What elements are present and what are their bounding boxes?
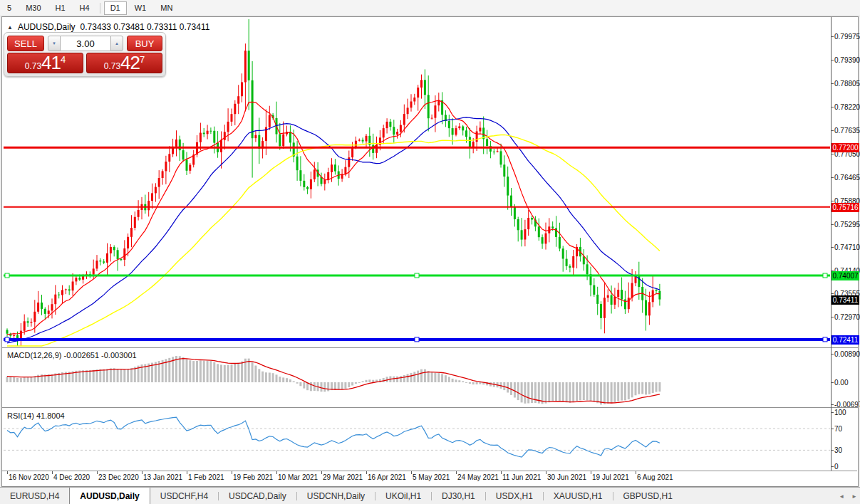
price-axis-tick (831, 224, 834, 225)
date-axis-label: 10 Mar 2021 (278, 473, 318, 481)
date-axis-tick (52, 471, 53, 474)
sell-price-point: 4 (61, 55, 66, 64)
horizontal-line-0.72411[interactable] (4, 337, 830, 342)
date-axis-label: 29 Mar 2021 (323, 473, 363, 481)
price-axis-label: 0.75295 (834, 221, 860, 229)
horizontal-line-0.74007[interactable] (4, 273, 830, 278)
buy-price-display: 0.73427 (86, 53, 162, 73)
rsi-indicator-label: RSI(14) 41.8004 (7, 411, 65, 420)
buy-price-point: 7 (140, 55, 145, 64)
date-axis-label: 11 Jun 2021 (502, 473, 541, 481)
price-badge-0.72411: 0.72411 (831, 335, 859, 345)
date-axis-label: 19 Jul 2021 (592, 473, 629, 481)
rsi-axis-tick (831, 412, 834, 413)
price-axis-label: 0.79390 (834, 56, 860, 64)
rsi-axis-label: 70 (834, 425, 842, 433)
date-axis-tick (7, 471, 8, 474)
rsi-line (7, 417, 660, 457)
macd-signal-line (7, 359, 660, 403)
price-badge-0.75716: 0.75716 (831, 203, 859, 212)
volume-increase-button[interactable]: ▲ (110, 36, 123, 51)
tab-dj30-h1[interactable]: DJ30,H1 (432, 488, 485, 504)
price-axis-tick (831, 201, 834, 201)
ma-slow-line (7, 135, 660, 346)
volume-stepper: ▼ ▲ (48, 36, 123, 51)
date-axis-tick (591, 471, 591, 474)
date-axis-tick (232, 471, 232, 474)
tab-usdcad-daily[interactable]: USDCAD,Daily (219, 488, 296, 504)
triangle-up-icon: ▲ (115, 41, 119, 46)
date-axis-tick (97, 471, 98, 474)
sell-price-pips: 41 (41, 53, 61, 72)
macd-indicator-label: MACD(12,26,9) -0.002651 -0.003001 (7, 351, 137, 359)
buy-price-pips: 42 (120, 53, 140, 72)
tab-eurusd-h4[interactable]: EURUSD,H4 (0, 488, 69, 504)
price-axis-tick (831, 107, 834, 107)
tab-usdchf-h4[interactable]: USDCHF,H4 (150, 488, 218, 504)
price-axis-tick (831, 60, 834, 61)
rsi-axis-tick (831, 429, 834, 429)
price-axis-tick (831, 36, 834, 37)
scroll-right-icon[interactable]: ► (851, 493, 857, 500)
date-axis-label: 19 Feb 2021 (233, 473, 273, 481)
date-axis-label: 4 Dec 2020 (53, 473, 90, 481)
one-click-collapse-icon[interactable]: ▲ (7, 24, 13, 31)
price-axis-label: 0.76465 (834, 174, 860, 182)
buy-button[interactable]: BUY (127, 36, 162, 51)
tab-ukoil-h1[interactable]: UKOil,H1 (375, 488, 431, 504)
symbol-tab-bar: EURUSD,H4AUDUSD,DailyUSDCHF,H4USDCAD,Dai… (0, 487, 860, 504)
rsi-axis-label: 30 (834, 446, 842, 454)
date-axis-label: 13 Jan 2021 (143, 473, 182, 481)
volume-input[interactable] (61, 36, 110, 51)
triangle-down-icon: ▼ (52, 41, 56, 46)
price-axis-tick (831, 83, 834, 84)
price-axis-label: 0.78220 (834, 103, 860, 111)
price-axis-tick (831, 317, 834, 317)
macd-axis-tick (831, 354, 834, 355)
tab-scroll-arrows: ◄ ► (839, 488, 857, 504)
chart-title: AUDUSD,Daily (18, 22, 76, 32)
price-axis-tick (831, 177, 834, 178)
tab-usdx-h1[interactable]: USDX,H1 (486, 488, 543, 504)
volume-decrease-button[interactable]: ▼ (48, 36, 61, 51)
price-badge-0.74007: 0.74007 (831, 271, 859, 280)
rsi-axis-tick (831, 450, 834, 451)
one-click-trading-panel: SELL ▼ ▲ BUY 0.73414 0.73427 (4, 32, 166, 77)
tab-xauusd-h1[interactable]: XAUUSD,H1 (544, 488, 613, 504)
date-axis-tick (187, 471, 187, 474)
rsi-axis-label: 100 (834, 409, 846, 416)
date-axis-tick (546, 471, 546, 474)
sell-price-display: 0.73414 (7, 53, 83, 73)
macd-axis-label: 0.00 (834, 379, 848, 387)
date-axis-tick (636, 471, 636, 474)
date-axis-tick (142, 471, 143, 474)
tab-gbpusd-h1[interactable]: GBPUSD,H1 (613, 488, 683, 504)
trading-platform-window: 5M30H1H4D1W1MN 0.799750.793900.788050.78… (0, 0, 860, 504)
price-axis-label: 0.77635 (834, 127, 860, 135)
date-axis-label: 6 Aug 2021 (637, 473, 673, 481)
price-axis-line (831, 17, 831, 471)
date-axis-label: 5 May 2021 (413, 473, 450, 481)
date-axis-tick (276, 471, 277, 474)
tab-audusd-daily[interactable]: AUDUSD,Daily (69, 488, 150, 504)
scroll-left-icon[interactable]: ◄ (839, 493, 844, 500)
sell-button[interactable]: SELL (7, 36, 44, 51)
buy-price-prefix: 0.73 (104, 61, 120, 72)
rsi-axis-tick (831, 466, 834, 467)
tab-usdcnh-daily[interactable]: USDCNH,Daily (297, 488, 375, 504)
date-axis-tick (501, 471, 502, 474)
rsi-axis-label: 0 (834, 463, 839, 471)
date-axis-line (2, 471, 857, 471)
price-axis-tick (831, 293, 834, 294)
chart-ohlc-values: 0.73433 0.73481 0.73311 0.73411 (81, 22, 210, 32)
current-price-badge: 0.73411 (831, 295, 859, 305)
pane-separator-highlight (2, 408, 858, 409)
date-axis-label: 16 Nov 2020 (9, 473, 49, 481)
macd-axis-label: 0.008903 (834, 350, 860, 358)
date-axis-tick (321, 471, 322, 474)
macd-axis-tick (831, 404, 834, 405)
macd-axis-tick (831, 382, 834, 383)
date-axis-tick (456, 471, 457, 474)
price-axis-tick (831, 130, 834, 131)
date-axis-label: 1 Feb 2021 (188, 473, 224, 481)
